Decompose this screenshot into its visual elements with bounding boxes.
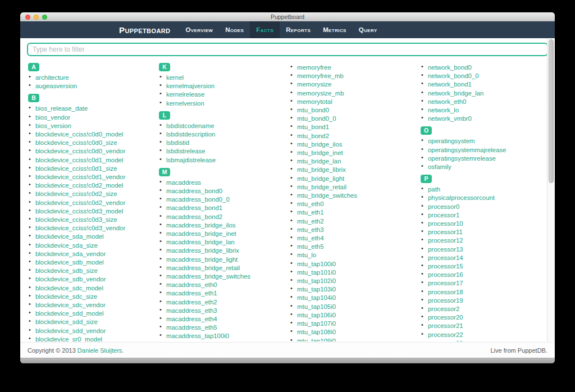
nav-item-query[interactable]: Query <box>353 21 384 38</box>
fact-link[interactable]: network_eth0 <box>428 98 466 105</box>
fact-link[interactable]: macaddress_bridge_inet <box>166 230 236 237</box>
fact-link[interactable]: network_vmbr0 <box>428 115 472 122</box>
fact-link[interactable]: blockdevice_sdd_vendor <box>35 327 106 334</box>
nav-item-metrics[interactable]: Metrics <box>317 21 353 38</box>
fact-link[interactable]: processor10 <box>428 220 463 227</box>
fact-link[interactable]: blockdevice_cciss!c0d0_vendor <box>35 148 125 154</box>
fact-link[interactable]: macaddress_eth0 <box>166 281 217 288</box>
fact-link[interactable]: mtu_tap107i0 <box>297 320 336 327</box>
fact-link[interactable]: path <box>428 186 440 193</box>
fact-link[interactable]: bios_vendor <box>35 114 70 121</box>
fact-link[interactable]: blockdevice_sr0_model <box>35 336 102 341</box>
scrollbar-track[interactable] <box>547 38 555 341</box>
fact-link[interactable]: network_bond0 <box>428 64 472 71</box>
fact-link[interactable]: processor21 <box>428 322 463 329</box>
fact-link[interactable]: processor18 <box>428 289 463 295</box>
fact-link[interactable]: augeasversion <box>35 83 77 89</box>
fact-link[interactable]: osfamily <box>428 163 451 170</box>
nav-item-facts[interactable]: Facts <box>250 21 280 38</box>
fact-link[interactable]: blockdevice_sdc_model <box>35 285 103 291</box>
fact-link[interactable]: blockdevice_cciss!c0d2_size <box>35 190 117 197</box>
fact-link[interactable]: network_bridge_lan <box>428 90 483 97</box>
fact-link[interactable]: bios_release_date <box>35 105 88 112</box>
fact-link[interactable]: lsbmajdistrelease <box>166 157 216 163</box>
fact-link[interactable]: blockdevice_sdc_vendor <box>35 302 106 308</box>
fact-link[interactable]: mtu_bridge_switches <box>297 192 357 199</box>
fact-link[interactable]: blockdevice_sdd_model <box>35 310 104 317</box>
fact-link[interactable]: memorysize_mb <box>297 90 344 97</box>
fact-link[interactable]: macaddress_eth5 <box>166 324 217 331</box>
fact-link[interactable]: macaddress_bridge_lan <box>166 239 235 245</box>
fact-link[interactable]: blockdevice_cciss!c0d2_model <box>35 182 123 189</box>
fact-link[interactable]: mtu_bridge_librix <box>297 166 346 173</box>
fact-link[interactable]: mtu_bridge_retail <box>297 184 346 190</box>
fact-link[interactable]: macaddress_bridge_light <box>166 256 238 263</box>
fact-link[interactable]: processor11 <box>428 229 463 235</box>
fact-link[interactable]: mtu_tap102i0 <box>297 277 336 284</box>
fact-link[interactable]: macaddress_bond1 <box>166 204 222 211</box>
fact-link[interactable]: macaddress_bridge_ilos <box>166 222 235 229</box>
fact-link[interactable]: architecture <box>35 74 69 81</box>
fact-link[interactable]: mtu_eth5 <box>297 243 324 250</box>
fact-link[interactable]: macaddress_eth2 <box>166 299 217 306</box>
fact-link[interactable]: mtu_tap100i0 <box>297 261 336 267</box>
fact-link[interactable]: processor0 <box>428 203 459 210</box>
fact-link[interactable]: mtu_tap105i0 <box>297 303 336 310</box>
fact-link[interactable]: processor23 <box>428 340 463 341</box>
author-link[interactable]: Daniele Sluijters. <box>77 347 124 354</box>
fact-link[interactable]: physicalprocessorcount <box>428 194 495 201</box>
fact-link[interactable]: lsbdistid <box>166 139 189 146</box>
fact-link[interactable]: macaddress_bridge_retail <box>166 265 240 271</box>
fact-link[interactable]: network_bond1 <box>428 81 472 88</box>
fact-link[interactable]: processor17 <box>428 280 463 286</box>
fact-link[interactable]: mtu_tap101i0 <box>297 269 336 276</box>
fact-link[interactable]: processor13 <box>428 246 463 253</box>
nav-item-overview[interactable]: Overview <box>179 21 219 38</box>
fact-link[interactable]: lsbdistcodename <box>166 122 214 129</box>
fact-link[interactable]: mtu_bond2 <box>297 133 329 139</box>
filter-input[interactable] <box>27 43 548 56</box>
nav-item-nodes[interactable]: Nodes <box>219 21 250 38</box>
fact-link[interactable]: operatingsystemrelease <box>428 155 496 162</box>
scrollbar-thumb[interactable] <box>549 39 554 183</box>
fact-link[interactable]: kernelmajversion <box>166 83 215 89</box>
fact-link[interactable]: macaddress_bridge_librix <box>166 247 239 254</box>
fact-link[interactable]: processor2 <box>428 306 459 312</box>
fact-link[interactable]: blockdevice_cciss!c0d3_size <box>35 216 117 223</box>
fact-link[interactable]: blockdevice_sdb_size <box>35 267 98 274</box>
fact-link[interactable]: blockdevice_sda_vendor <box>35 250 106 257</box>
fact-link[interactable]: mtu_bridge_light <box>297 175 344 182</box>
fact-link[interactable]: blockdevice_sdd_size <box>35 318 98 325</box>
fact-link[interactable]: processor19 <box>428 297 463 304</box>
fact-link[interactable]: lsbdistdescription <box>166 131 215 138</box>
fact-link[interactable]: kernelversion <box>166 100 204 107</box>
fact-link[interactable]: mtu_tap104i0 <box>297 294 336 301</box>
fact-link[interactable]: mtu_eth1 <box>297 209 324 216</box>
fact-link[interactable]: memoryfree_mb <box>297 72 344 79</box>
fact-link[interactable]: blockdevice_sda_model <box>35 233 104 240</box>
fact-link[interactable]: lsbdistrelease <box>166 148 206 154</box>
fact-link[interactable]: memoryfree <box>297 64 331 71</box>
fact-link[interactable]: macaddress_bond2 <box>166 213 222 220</box>
fact-link[interactable]: macaddress_bond0_0 <box>166 196 230 203</box>
fact-link[interactable]: macaddress_eth1 <box>166 290 217 297</box>
fact-link[interactable]: kernelrelease <box>166 91 204 98</box>
fact-link[interactable]: blockdevice_cciss!c0d2_vendor <box>35 199 125 206</box>
fact-link[interactable]: blockdevice_sdc_size <box>35 293 97 300</box>
fact-link[interactable]: mtu_bond0_0 <box>297 115 336 122</box>
fact-link[interactable]: mtu_tap106i0 <box>297 312 336 318</box>
fact-link[interactable]: network_lo <box>428 107 459 113</box>
fact-link[interactable]: operatingsystemmajrelease <box>428 147 506 153</box>
fact-link[interactable]: blockdevice_sdb_vendor <box>35 276 106 282</box>
fact-link[interactable]: mtu_tap108i0 <box>297 329 336 335</box>
fact-link[interactable]: blockdevice_cciss!c0d1_model <box>35 157 123 163</box>
fact-link[interactable]: mtu_bridge_ilos <box>297 141 342 148</box>
fact-link[interactable]: processor1 <box>428 212 459 218</box>
fact-link[interactable]: network_bond0_0 <box>428 72 479 79</box>
fact-link[interactable]: mtu_bridge_inet <box>297 149 343 156</box>
fact-link[interactable]: processor15 <box>428 263 463 270</box>
fact-link[interactable]: blockdevice_cciss!c0d0_model <box>35 131 123 138</box>
fact-link[interactable]: macaddress_bridge_switches <box>166 273 250 280</box>
fact-link[interactable]: processor22 <box>428 331 463 338</box>
fact-link[interactable]: macaddress <box>166 179 201 186</box>
